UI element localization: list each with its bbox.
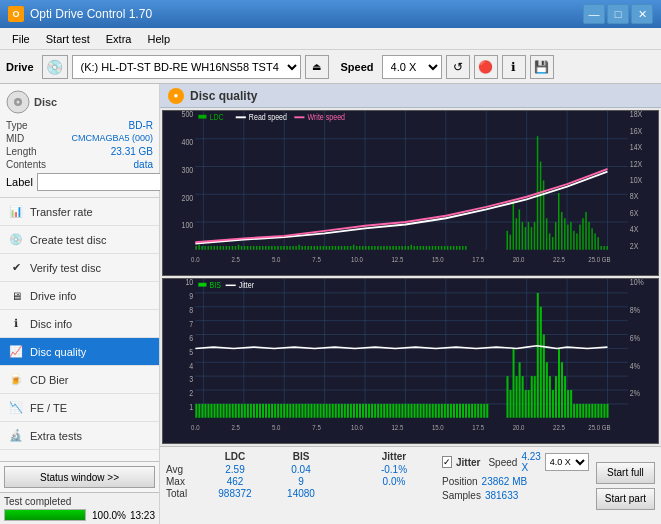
samples-label: Samples — [442, 490, 481, 501]
sidebar-item-cd-bier[interactable]: 🍺 CD Bier — [0, 366, 159, 394]
info-button[interactable]: ℹ — [502, 55, 526, 79]
svg-rect-249 — [280, 404, 282, 418]
svg-rect-248 — [277, 404, 279, 418]
save-button[interactable]: 💾 — [530, 55, 554, 79]
svg-rect-230 — [223, 404, 225, 418]
sidebar-item-verify-test-disc[interactable]: ✔ Verify test disc — [0, 254, 159, 282]
svg-text:300: 300 — [182, 165, 194, 175]
svg-text:20.0: 20.0 — [513, 424, 525, 432]
menu-bar: File Start test Extra Help — [0, 28, 661, 50]
svg-text:22.5: 22.5 — [553, 256, 565, 264]
speed-select[interactable]: 4.0 X — [382, 55, 442, 79]
svg-rect-352 — [198, 283, 206, 287]
svg-text:5.0: 5.0 — [272, 256, 281, 264]
svg-rect-68 — [268, 246, 270, 250]
svg-rect-252 — [289, 404, 291, 418]
menu-start-test[interactable]: Start test — [38, 31, 98, 47]
svg-rect-145 — [540, 161, 542, 249]
minimize-button[interactable]: — — [583, 4, 605, 24]
svg-text:20.0: 20.0 — [513, 256, 525, 264]
svg-rect-283 — [383, 404, 385, 418]
svg-rect-152 — [561, 212, 563, 250]
start-part-button[interactable]: Start part — [596, 488, 655, 510]
svg-text:4%: 4% — [630, 361, 640, 371]
svg-text:0.0: 0.0 — [191, 256, 200, 264]
disc-length-value: 23.31 GB — [111, 146, 153, 157]
svg-text:14X: 14X — [630, 142, 643, 152]
svg-rect-126 — [444, 246, 446, 250]
svg-rect-293 — [414, 404, 416, 418]
eject-button[interactable]: ⏏ — [305, 55, 329, 79]
svg-text:12X: 12X — [630, 159, 643, 169]
refresh-button[interactable]: ↺ — [446, 55, 470, 79]
svg-text:200: 200 — [182, 193, 194, 203]
svg-rect-112 — [401, 246, 403, 250]
stats-avg-bis: 0.04 — [268, 464, 334, 475]
disc-label-input[interactable] — [37, 173, 166, 191]
status-time: 13:23 — [130, 510, 155, 521]
svg-rect-295 — [420, 404, 422, 418]
maximize-button[interactable]: □ — [607, 4, 629, 24]
svg-rect-245 — [268, 404, 270, 418]
svg-rect-308 — [459, 404, 461, 418]
svg-text:LDC: LDC — [209, 112, 223, 122]
svg-text:16X: 16X — [630, 126, 643, 136]
sidebar-item-disc-quality[interactable]: 📈 Disc quality — [0, 338, 159, 366]
sidebar-item-drive-info[interactable]: 🖥 Drive info — [0, 282, 159, 310]
svg-rect-267 — [335, 404, 337, 418]
svg-rect-147 — [546, 218, 548, 250]
svg-text:6: 6 — [189, 333, 193, 343]
svg-rect-289 — [401, 404, 403, 418]
svg-rect-231 — [226, 404, 228, 418]
status-window-button[interactable]: Status window >> — [4, 466, 155, 488]
svg-rect-122 — [432, 246, 434, 250]
close-button[interactable]: ✕ — [631, 4, 653, 24]
svg-rect-78 — [298, 245, 300, 250]
jitter-checkbox[interactable]: ✓ — [442, 456, 452, 468]
menu-extra[interactable]: Extra — [98, 31, 140, 47]
svg-rect-105 — [380, 246, 382, 250]
svg-rect-325 — [528, 390, 530, 418]
stats-avg-ldc: 2.59 — [202, 464, 268, 475]
svg-rect-236 — [241, 404, 243, 418]
menu-file[interactable]: File — [4, 31, 38, 47]
svg-text:17.5: 17.5 — [472, 424, 484, 432]
svg-rect-338 — [567, 390, 569, 418]
menu-help[interactable]: Help — [139, 31, 178, 47]
svg-rect-336 — [561, 362, 563, 418]
sidebar-item-disc-info[interactable]: ℹ Disc info — [0, 310, 159, 338]
burn-button[interactable]: 🔴 — [474, 55, 498, 79]
svg-rect-3 — [163, 111, 658, 275]
svg-rect-265 — [329, 404, 331, 418]
sidebar-item-fe-te[interactable]: 📉 FE / TE — [0, 394, 159, 422]
svg-rect-304 — [447, 404, 449, 418]
svg-rect-71 — [277, 246, 279, 250]
start-full-button[interactable]: Start full — [596, 462, 655, 484]
svg-rect-72 — [280, 246, 282, 250]
position-value: 23862 MB — [482, 476, 528, 487]
svg-text:7: 7 — [189, 319, 193, 329]
svg-rect-335 — [558, 348, 560, 417]
speed-info-panel: ✓ Jitter Speed 4.23 X 4.0 X Position 238… — [442, 451, 588, 520]
svg-rect-83 — [314, 246, 316, 250]
sidebar-item-create-test-disc[interactable]: 💿 Create test disc — [0, 226, 159, 254]
svg-point-2 — [17, 101, 20, 104]
drive-icon-button[interactable]: 💿 — [42, 55, 68, 79]
svg-rect-255 — [298, 404, 300, 418]
drive-select[interactable]: (K:) HL-DT-ST BD-RE WH16NS58 TST4 — [72, 55, 301, 79]
svg-text:25.0 GB: 25.0 GB — [588, 256, 611, 264]
svg-rect-81 — [307, 246, 309, 250]
disc-mid-value: CMCMAGBA5 (000) — [71, 133, 153, 144]
svg-rect-329 — [540, 307, 542, 418]
svg-rect-111 — [398, 246, 400, 250]
stats-table: LDC BIS Jitter Avg 2.59 0.04 -0.1% Max 4… — [166, 451, 434, 520]
sidebar-item-transfer-rate[interactable]: 📊 Transfer rate — [0, 198, 159, 226]
sidebar-item-extra-tests[interactable]: 🔬 Extra tests — [0, 422, 159, 450]
stats-max-ldc: 462 — [202, 476, 268, 487]
svg-rect-299 — [432, 404, 434, 418]
content-area: ● Disc quality — [160, 84, 661, 524]
svg-text:4: 4 — [189, 361, 193, 371]
speed-select-stats[interactable]: 4.0 X — [545, 453, 589, 471]
disc-panel-icon — [6, 90, 30, 114]
svg-rect-118 — [420, 246, 422, 250]
